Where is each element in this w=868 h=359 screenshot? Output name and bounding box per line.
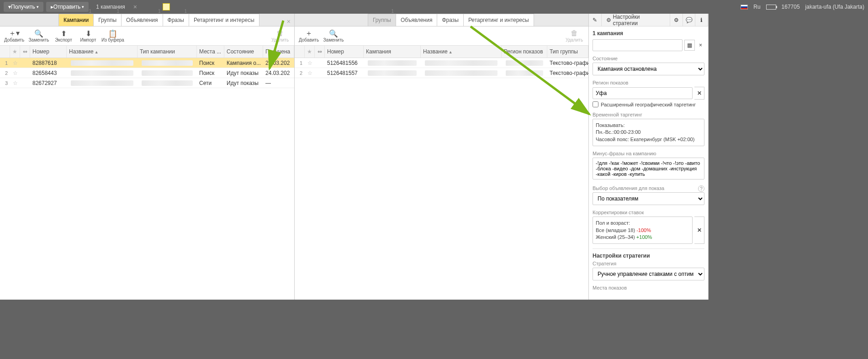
left-grid-header: ★ ⇔ Номер Название▲ Тип кампании Места .… bbox=[0, 46, 294, 58]
paste-button[interactable]: 📋Из буфера bbox=[101, 29, 125, 42]
tab-phrases[interactable]: 1Фразы bbox=[163, 14, 189, 26]
tab-groups[interactable]: 1Группы bbox=[93, 14, 122, 26]
plus-icon: ＋ bbox=[305, 29, 312, 37]
col-type[interactable]: Тип кампании bbox=[138, 46, 197, 58]
col-name[interactable]: Название▲ bbox=[421, 46, 502, 58]
blurred-text bbox=[425, 60, 498, 66]
blurred-text bbox=[368, 70, 417, 76]
star-icon[interactable]: ☆ bbox=[305, 58, 315, 68]
mid-grid-body: 1 ☆ 5126481556 Текстово-графич... 2 ☆ 51… bbox=[295, 58, 588, 300]
send-button[interactable]: ▸ Отправить▾ bbox=[46, 2, 89, 12]
table-row[interactable]: 3 ☆ 82672927 Сети Идут показы — bbox=[0, 78, 294, 88]
sort-asc-icon: ▲ bbox=[449, 50, 453, 54]
strategy-label: Стратегия bbox=[593, 261, 704, 266]
receive-label: Получить bbox=[11, 4, 35, 10]
bid-corrections-box[interactable]: Пол и возраст: Все (младше 18) -100% Жен… bbox=[593, 216, 693, 244]
minus-phrases-input[interactable]: -!для -!как -!может -!своими -!что -!это… bbox=[593, 158, 704, 180]
chevron-down-icon: ▾ bbox=[37, 5, 39, 9]
col-place[interactable]: Места ... bbox=[197, 46, 224, 58]
close-tab-icon[interactable]: × bbox=[130, 2, 141, 11]
import-button[interactable]: ⬇Импорт bbox=[76, 29, 101, 42]
send-label: Отправить bbox=[53, 4, 81, 10]
receive-button[interactable]: ▾ Получить▾ bbox=[4, 2, 43, 12]
notes-icon[interactable] bbox=[163, 3, 170, 11]
star-icon[interactable]: ☆ bbox=[10, 69, 20, 78]
col-number[interactable]: Номер bbox=[30, 46, 67, 58]
user-label[interactable]: jakarta-ufa (Ufa Jakarta) bbox=[805, 4, 864, 10]
left-grid-body: 1 ☆ 82887618 Поиск Кампания о... 24.03.2… bbox=[0, 58, 294, 300]
star-icon[interactable]: ☆ bbox=[305, 69, 315, 78]
topbar-right: Ru 167705 jakarta-ufa (Ufa Jakarta) bbox=[741, 4, 864, 10]
col-name[interactable]: Название▲ bbox=[67, 46, 138, 58]
mid-pane: 1Группы Объявления Фразы Ретаргетинг и и… bbox=[295, 14, 589, 300]
region-label: Регион показов bbox=[593, 80, 704, 85]
col-type[interactable]: Тип группы bbox=[547, 46, 588, 58]
blurred-text bbox=[506, 70, 543, 76]
add-button[interactable]: ＋▾Добавить bbox=[2, 29, 26, 42]
delete-button[interactable]: 🗑Удалить bbox=[268, 29, 292, 42]
state-label: Состояние bbox=[593, 56, 704, 61]
minus-label: Минус-фразы на кампанию bbox=[593, 151, 704, 156]
blurred-text bbox=[506, 60, 543, 66]
replace-button[interactable]: 🔍Заменить bbox=[321, 29, 346, 42]
tab-campaigns[interactable]: 1Кампании bbox=[58, 14, 94, 26]
blurred-text bbox=[425, 70, 498, 76]
comment-icon[interactable]: 💬 bbox=[683, 14, 696, 26]
col-date[interactable]: Получена bbox=[263, 46, 294, 58]
info-icon[interactable]: ℹ bbox=[695, 14, 708, 26]
trash-icon: 🗑 bbox=[571, 29, 578, 37]
col-campaign[interactable]: Кампания bbox=[364, 46, 421, 58]
tab-retargeting[interactable]: Ретаргетинг и интересы bbox=[463, 14, 534, 26]
tab-groups[interactable]: 1Группы bbox=[368, 14, 396, 26]
state-select[interactable]: Кампания остановлена bbox=[593, 63, 704, 75]
col-state[interactable]: Состояние bbox=[224, 46, 263, 58]
blurred-text bbox=[71, 60, 133, 66]
campaign-name-input[interactable] bbox=[593, 39, 683, 51]
edit-icon[interactable]: ✎ bbox=[589, 14, 602, 26]
sort-asc-icon: ▲ bbox=[95, 50, 99, 54]
points-value: 167705 bbox=[782, 4, 800, 10]
star-icon[interactable]: ☆ bbox=[10, 58, 20, 68]
resize-column[interactable]: ⇔ bbox=[20, 46, 30, 58]
ad-select[interactable]: По показателям bbox=[593, 192, 704, 205]
tab-phrases[interactable]: Фразы bbox=[437, 14, 463, 26]
col-number[interactable]: Номер bbox=[325, 46, 364, 58]
lang-label[interactable]: Ru bbox=[753, 4, 760, 10]
mid-grid-header: ★ ⇔ Номер Кампания Название▲ Регион пока… bbox=[295, 46, 588, 58]
strategy-settings-button[interactable]: ⚙ Настройки стратегии bbox=[602, 14, 671, 26]
star-icon[interactable]: ☆ bbox=[10, 79, 20, 88]
time-targeting-box[interactable]: Показывать: Пн.-Вс.:00:00-23:00 Часовой … bbox=[593, 119, 704, 146]
delete-button[interactable]: 🗑Удалить bbox=[562, 29, 587, 42]
table-row[interactable]: 2 ☆ 5126481557 Текстово-графич... bbox=[295, 68, 588, 78]
col-region[interactable]: Регион показов bbox=[502, 46, 547, 58]
table-row[interactable]: 1 ☆ 5126481556 Текстово-графич... bbox=[295, 58, 588, 68]
geo-ext-checkbox[interactable]: Расширенный географический таргетинг bbox=[593, 101, 704, 107]
table-row[interactable]: 1 ☆ 82887618 Поиск Кампания о... 24.03.2… bbox=[0, 58, 294, 68]
strategy-select[interactable]: Ручное управление ставками с оптимиза... bbox=[593, 268, 704, 280]
export-button[interactable]: ⬆Экспорт bbox=[51, 29, 76, 42]
trash-icon: 🗑 bbox=[276, 29, 284, 37]
gear-icon[interactable]: ⚙ bbox=[670, 14, 683, 26]
tab-ads[interactable]: 1Объявления bbox=[121, 14, 163, 26]
region-input[interactable] bbox=[593, 87, 693, 99]
resize-column[interactable]: ⇔ bbox=[315, 46, 325, 58]
star-column[interactable]: ★ bbox=[10, 46, 20, 58]
mid-toolbar: ＋Добавить 🔍Заменить 🗑Удалить bbox=[295, 26, 588, 46]
export-icon: ⬆ bbox=[61, 29, 67, 37]
pane-close-icon[interactable]: × bbox=[283, 17, 294, 26]
clear-corrections-button[interactable]: ✕ bbox=[694, 216, 704, 244]
close-icon[interactable]: × bbox=[697, 40, 704, 50]
search-icon: 🔍 bbox=[34, 29, 43, 37]
table-row[interactable]: 2 ☆ 82658443 Поиск Идут показы 24.03.202 bbox=[0, 68, 294, 78]
tab-retargeting[interactable]: Ретаргетинг и интересы bbox=[189, 14, 259, 26]
star-column[interactable]: ★ bbox=[305, 46, 315, 58]
time-label: Временной таргетинг bbox=[593, 112, 704, 117]
tab-ads[interactable]: Объявления bbox=[396, 14, 437, 26]
clear-region-button[interactable]: ✕ bbox=[694, 87, 704, 100]
help-icon[interactable]: ? bbox=[698, 185, 704, 192]
replace-button[interactable]: 🔍Заменить bbox=[26, 29, 51, 42]
add-button[interactable]: ＋Добавить bbox=[296, 29, 321, 42]
grid-icon[interactable]: ▦ bbox=[684, 40, 695, 51]
blurred-text bbox=[71, 70, 133, 76]
mid-tabs: 1Группы Объявления Фразы Ретаргетинг и и… bbox=[295, 14, 588, 26]
